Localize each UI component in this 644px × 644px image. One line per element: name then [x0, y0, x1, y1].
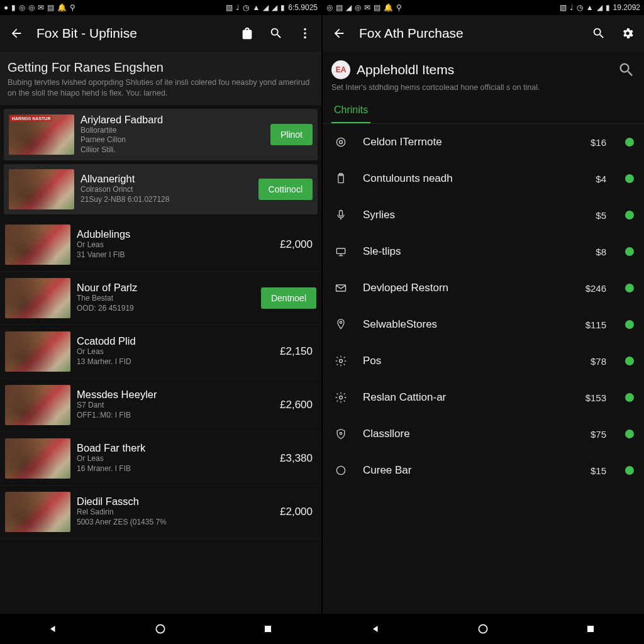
list-item[interactable]: SelwableStores $115: [323, 306, 644, 343]
doc-icon: ▤: [374, 3, 380, 12]
clock-text: 6:5.9025: [288, 3, 318, 12]
back-button[interactable]: [330, 25, 348, 42]
thumbnail: [5, 331, 70, 372]
status-dot: [625, 284, 634, 292]
svg-point-3: [157, 625, 165, 633]
action-button[interactable]: Cottinocl: [258, 179, 313, 200]
nav-home-button[interactable]: [152, 620, 169, 638]
back-button[interactable]: [8, 25, 25, 42]
list-item[interactable]: Contulounts neadh $4: [323, 160, 644, 197]
app-title: Fox Bit - Upfinise: [36, 26, 227, 41]
nav-bar: [0, 614, 321, 644]
nav-back-button[interactable]: [367, 620, 385, 638]
nav-recent-button[interactable]: [582, 620, 599, 638]
item-sub: Or Leas: [77, 347, 274, 357]
item-label: Devloped Restorn: [363, 282, 572, 294]
status-dot: [625, 466, 634, 475]
list-item[interactable]: Classllore $75: [323, 416, 644, 452]
item-label: Contulounts neadh: [363, 172, 582, 185]
item-sub: Or Leas: [77, 454, 274, 464]
list-item[interactable]: Nour of Parlz The Bestat OOD: 26 451919 …: [0, 272, 321, 325]
list-item[interactable]: Sle-tlips $8: [323, 233, 644, 270]
status-bar: ◎ ▤ ◢ ◎ ✉ ▤ 🔔 ⚲ ▧ ♩ ◷ ▲ ◢ ▮ 19.2092: [323, 0, 644, 15]
action-button[interactable]: Dentnoel: [261, 287, 316, 309]
list-item[interactable]: Boad Far therk Or Leas 16 Mraner. I FIB …: [0, 432, 321, 486]
item-title: Messdes Heeyler: [77, 389, 274, 401]
list-item[interactable]: Curee Bar $15: [323, 452, 644, 489]
item-sub: Colrason Orinct: [80, 185, 252, 195]
doc-icon: ▤: [47, 3, 54, 12]
search-button[interactable]: [618, 61, 635, 79]
item-price: $78: [591, 356, 606, 367]
thumbnail: [5, 385, 70, 425]
list-item[interactable]: Syrlies $5: [323, 197, 644, 233]
settings-button[interactable]: [619, 25, 636, 42]
item-price: $5: [596, 210, 606, 221]
bell-icon: 🔔: [57, 3, 67, 12]
item-sub: 21Suy 2-NB8 6:01.027128: [80, 195, 252, 205]
item-label: SelwableStores: [363, 318, 572, 331]
action-button[interactable]: Plinot: [270, 124, 313, 145]
item-price: $8: [596, 247, 606, 257]
left-phone: ● ▮ ◎ ◎ ✉ ▤ 🔔 ⚲ ▧ ♩ ◷ ▲ ◢ ◢ ▮ 6:5.9025 F…: [0, 0, 321, 644]
list-item[interactable]: Adublelings Or Leas 31 Vaner I FIB £2,00…: [0, 218, 321, 272]
item-price: $115: [586, 319, 606, 330]
status-dot: [625, 138, 634, 147]
featured-card[interactable]: Allvaneright Colrason Orinct 21Suy 2-NB8…: [4, 164, 318, 214]
signal-icon: ◢: [346, 3, 352, 12]
section-header: Getting For Ranes Engshen Bubing tervtle…: [0, 52, 321, 105]
left-list[interactable]: HARNGS NASTUR Ariylared Fadbard Bollorar…: [0, 105, 321, 614]
item-price: $75: [591, 429, 606, 440]
item-title: Ccatodd Plid: [77, 335, 274, 347]
mail-icon: ✉: [364, 3, 370, 12]
item-label: Reslan Cattion-ar: [363, 391, 572, 404]
featured-card[interactable]: HARNGS NASTUR Ariylared Fadbard Bollorar…: [4, 109, 318, 160]
nav-back-button[interactable]: [45, 620, 62, 638]
signal-icon: ◢: [263, 3, 269, 12]
nav-bar: [323, 614, 644, 644]
target-icon: ◎: [19, 3, 25, 12]
clock-icon: ◷: [243, 3, 249, 12]
item-label: Curee Bar: [363, 464, 577, 477]
right-phone: ◎ ▤ ◢ ◎ ✉ ▤ 🔔 ⚲ ▧ ♩ ◷ ▲ ◢ ▮ 19.2092 Fox …: [321, 0, 644, 644]
right-list[interactable]: Celdon ITerrnote $16 Contulounts neadh $…: [323, 124, 644, 614]
target-icon: ◎: [326, 3, 333, 12]
price: £2,150: [280, 345, 316, 358]
svg-point-12: [340, 321, 341, 323]
nav-recent-button[interactable]: [259, 620, 277, 638]
target-icon: [333, 134, 349, 150]
meta: Adublelings Or Leas 31 Vaner I FIB: [77, 228, 274, 260]
search-button[interactable]: [590, 25, 608, 42]
svg-point-1: [304, 32, 306, 35]
list-item[interactable]: Diedil Fassch Rel Sadirin 5003 Aner ZES …: [0, 486, 321, 539]
item-title: Diedil Fassch: [77, 496, 274, 508]
price: £2,600: [280, 399, 316, 411]
publisher-icon[interactable]: EA: [331, 60, 350, 79]
svg-point-16: [336, 466, 345, 474]
signal-icon: ◢: [597, 3, 602, 12]
search-button[interactable]: [267, 25, 285, 42]
status-dot: [625, 430, 634, 438]
shop-button[interactable]: [238, 25, 256, 42]
list-item[interactable]: Celdon ITerrnote $16: [323, 124, 644, 160]
list-item[interactable]: Ccatodd Plid Or Leas 13 Marher. I FID £2…: [0, 325, 321, 379]
target-icon: ◎: [28, 3, 35, 12]
section-desc: Bubing tervtles lvished oporpding Shluti…: [8, 77, 314, 99]
item-sub: 16 Mraner. I FIB: [77, 464, 274, 474]
item-price: $246: [586, 283, 606, 294]
list-item[interactable]: Reslan Cattion-ar $153: [323, 379, 644, 416]
status-dot: [625, 320, 634, 329]
svg-point-2: [304, 36, 306, 39]
tab-chrinits[interactable]: Chrinits: [331, 98, 370, 123]
item-sub: Or Leas: [77, 240, 274, 250]
status-bar: ● ▮ ◎ ◎ ✉ ▤ 🔔 ⚲ ▧ ♩ ◷ ▲ ◢ ◢ ▮ 6:5.9025: [0, 0, 321, 15]
pin-icon: [333, 316, 349, 333]
status-dot: [625, 174, 634, 183]
nav-home-button[interactable]: [474, 620, 492, 638]
battery-icon: ▮: [280, 3, 285, 12]
list-item[interactable]: Messdes Heeyler S7 Dant OFF1.:M0: I FIB …: [0, 379, 321, 432]
more-button[interactable]: [296, 25, 314, 42]
sub-desc: Set Inter's stdhding hems cortcolead hon…: [323, 83, 644, 98]
list-item[interactable]: Pos $78: [323, 343, 644, 379]
list-item[interactable]: Devloped Restorn $246: [323, 270, 644, 306]
